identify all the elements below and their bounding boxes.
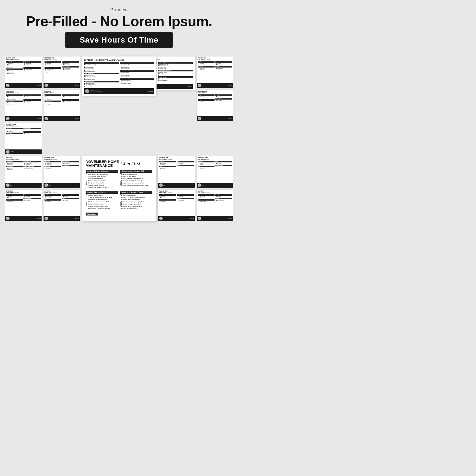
- december-card-1: DECEMBER HOMEMAINTENANCE Checklist Outdo…: [43, 56, 80, 88]
- heating-system-section: Heating System Check Change furnace filt…: [85, 191, 118, 210]
- september-card-2: SEPTEMBER HOMEMAINTENANCE Checklist Gard…: [196, 156, 233, 188]
- july-card: JULY HOMEMAINTENANCE Checklist Summer Ex…: [5, 156, 42, 188]
- rows-3-4: JULY HOMEMAINTENANCE Checklist Summer Ex…: [5, 156, 233, 221]
- garden-landscape-section: Garden and Landscape TLC Winterize garde…: [120, 170, 153, 189]
- preview-label: Preview: [5, 7, 233, 13]
- safety-security-section: Safety and Security Focus Test smoke det…: [120, 191, 153, 210]
- cards-container: JANUARY HOMEMAINTENANCE Checklist Living…: [5, 56, 233, 221]
- may-card-1: MAY HOMEMAINTENANCE Checklist Spring Tas…: [43, 189, 80, 221]
- april-card: APRIL HOMEMAINTENANCE Checklist Spring E…: [43, 89, 80, 121]
- december-card-2: DECEMBER HOMEMAINTENANCE Checklist Holid…: [196, 89, 233, 121]
- november-sub: MAINTENANCE: [85, 164, 119, 168]
- november-card-2: NOVEMBER HOMEMAINTENANCE Checklist Exter…: [5, 123, 42, 154]
- november-title: NOVEMBER HOME: [85, 160, 119, 164]
- header: Preview Pre-Filled - No Lorem Ipsum. Sav…: [5, 5, 233, 54]
- autumn-exterior-section: Autumn Exterior Wrap-Up: Clear gutters a…: [85, 170, 118, 189]
- october-large-card: OCTOBER HOME MAINTENANCE Checklist Exter…: [82, 56, 156, 96]
- page-wrapper: Preview Pre-Filled - No Lorem Ipsum. Sav…: [0, 0, 238, 221]
- january-card-2: JANUARY HOMEMAINTENANCE Checklist Living…: [196, 56, 233, 88]
- main-content-area: AUGUST HOMEMAINTENANCE Checklist Outdoor…: [5, 89, 233, 154]
- cta-button[interactable]: Save Hours Of Time: [65, 32, 173, 48]
- june-card: JUNE HOMEMAINTENANCE Checklist Summer Pr…: [5, 189, 42, 221]
- august-card-2: AUGUST HOMEMAINTENANCE Checklist Summer …: [158, 189, 195, 221]
- main-headline: Pre-Filled - No Lorem Ipsum.: [5, 14, 233, 29]
- october-card-2: OCTOBER HOMEMAINTENANCE Checklist Exteri…: [158, 156, 195, 188]
- may-card-2: MAY HOMEMAINTENANCE Checklist Spring Pre…: [196, 189, 233, 221]
- january-card-1: JANUARY HOMEMAINTENANCE Checklist Living…: [5, 56, 42, 88]
- september-large-area: SEPTEMBER HOME MAINTENANCE Checklist Fal…: [120, 89, 195, 154]
- november-cursive: Checklist: [120, 160, 140, 167]
- november-featured-card: NOVEMBER HOME MAINTENANCE Checklist Autu…: [82, 156, 156, 221]
- august-card: AUGUST HOMEMAINTENANCE Checklist Outdoor…: [5, 89, 42, 121]
- february-card: FEBRUARY HOMEMAINTENANCE Checklist Winte…: [43, 156, 80, 188]
